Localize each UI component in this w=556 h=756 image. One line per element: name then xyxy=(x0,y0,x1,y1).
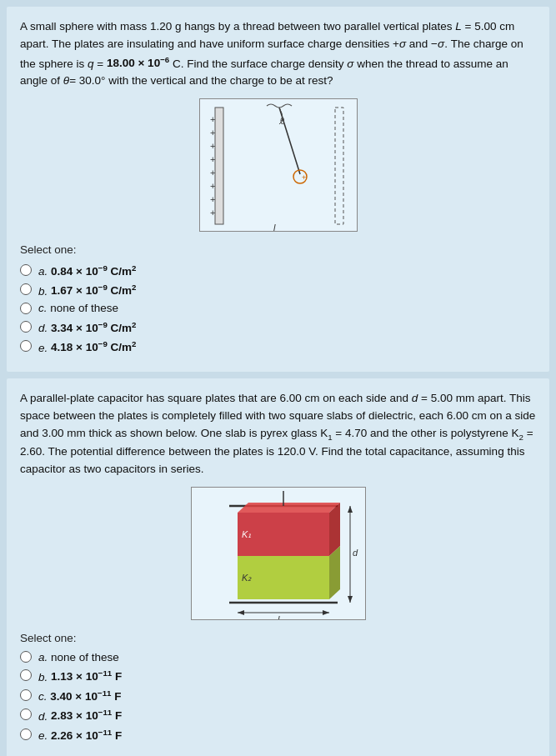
svg-marker-30 xyxy=(238,610,244,615)
radio-1a[interactable] xyxy=(20,264,32,276)
svg-text:d: d xyxy=(353,548,358,558)
svg-marker-31 xyxy=(323,610,329,615)
svg-marker-26 xyxy=(348,596,353,603)
radio-2a[interactable] xyxy=(20,651,32,663)
option-2a[interactable]: a. none of these xyxy=(20,651,536,663)
question-2-block: A parallel-plate capacitor has square pl… xyxy=(7,378,549,756)
question-2-text: A parallel-plate capacitor has square pl… xyxy=(20,390,536,478)
svg-marker-18 xyxy=(238,503,340,513)
option-2c[interactable]: c. 3.40 × 10−11 F xyxy=(20,688,536,703)
radio-1c[interactable] xyxy=(20,303,32,314)
svg-text:+: + xyxy=(210,181,215,191)
radio-2b[interactable] xyxy=(20,669,32,681)
question-1-block: A small sphere with mass 1.20 g hangs by… xyxy=(7,7,549,372)
svg-text:K₂: K₂ xyxy=(242,573,252,583)
radio-2d[interactable] xyxy=(20,708,32,720)
svg-text:K₁: K₁ xyxy=(242,529,251,539)
svg-text:+: + xyxy=(210,114,215,124)
svg-text:+: + xyxy=(210,141,215,151)
question-1-options: a. 0.84 × 10−9 C/m2 b. 1.67 × 10−9 C/m2 … xyxy=(20,263,536,353)
svg-text:+: + xyxy=(210,168,215,178)
diagram-1-svg: + + + + + + + + θ + l xyxy=(199,98,358,232)
svg-marker-17 xyxy=(238,513,329,556)
svg-text:+: + xyxy=(210,194,215,204)
option-1a[interactable]: a. 0.84 × 10−9 C/m2 xyxy=(20,263,536,278)
svg-text:+: + xyxy=(210,154,215,164)
svg-text:l: l xyxy=(278,614,280,620)
radio-1b[interactable] xyxy=(20,283,32,295)
option-1b[interactable]: b. 1.67 × 10−9 C/m2 xyxy=(20,283,536,298)
option-2d[interactable]: d. 2.83 × 10−11 F xyxy=(20,708,536,723)
question-2-select-label: Select one: xyxy=(20,632,536,644)
question-2-options: a. none of these b. 1.13 × 10−11 F c. 3.… xyxy=(20,651,536,742)
option-1c[interactable]: c. none of these xyxy=(20,302,536,314)
radio-2e[interactable] xyxy=(20,728,32,740)
diagram-1-container: + + + + + + + + θ + l xyxy=(20,98,536,232)
svg-text:+: + xyxy=(302,173,306,182)
svg-text:+: + xyxy=(210,128,215,138)
option-1e[interactable]: e. 4.18 × 10−9 C/m2 xyxy=(20,339,536,354)
option-1d[interactable]: d. 3.34 × 10−9 C/m2 xyxy=(20,319,536,334)
svg-marker-20 xyxy=(238,556,329,599)
svg-rect-9 xyxy=(335,108,343,224)
svg-text:+: + xyxy=(210,208,215,218)
diagram-2-container: K₁ K₂ d l xyxy=(20,487,536,620)
svg-marker-25 xyxy=(348,506,353,513)
radio-1e[interactable] xyxy=(20,340,32,352)
option-2b[interactable]: b. 1.13 × 10−11 F xyxy=(20,668,536,683)
question-1-text: A small sphere with mass 1.20 g hangs by… xyxy=(20,18,536,90)
diagram-2-svg: K₁ K₂ d l xyxy=(191,487,366,620)
svg-rect-0 xyxy=(215,108,223,224)
radio-1d[interactable] xyxy=(20,321,32,333)
option-2e[interactable]: e. 2.26 × 10−11 F xyxy=(20,727,536,742)
question-1-select-label: Select one: xyxy=(20,243,536,256)
svg-text:l: l xyxy=(273,223,276,232)
radio-2c[interactable] xyxy=(20,689,32,701)
